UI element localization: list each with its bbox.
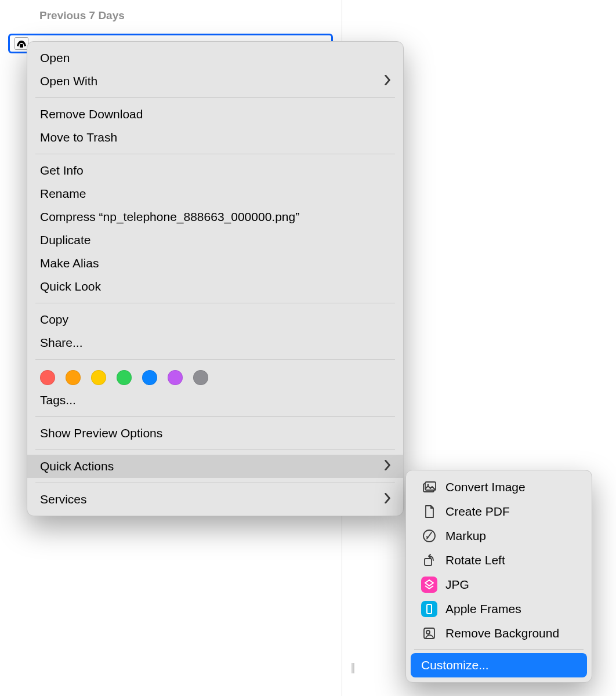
menu-separator <box>35 154 395 154</box>
menu-item-copy[interactable]: Copy <box>27 308 403 331</box>
menu-item-label: Quick Look <box>40 280 101 293</box>
menu-separator <box>35 416 395 417</box>
menu-item-remove-download[interactable]: Remove Download <box>27 103 403 126</box>
submenu-separator <box>414 649 584 650</box>
document-icon <box>421 503 437 520</box>
menu-item-tags[interactable]: Tags... <box>27 389 403 412</box>
menu-item-label: Services <box>40 492 87 506</box>
submenu-item-convert-image[interactable]: Convert Image <box>411 475 587 499</box>
submenu-item-label: Apple Frames <box>445 602 521 616</box>
menu-item-label: Move to Trash <box>40 130 117 144</box>
tag-color-dot-4[interactable] <box>142 370 157 385</box>
svg-point-4 <box>427 484 429 486</box>
menu-item-make-alias[interactable]: Make Alias <box>27 252 403 275</box>
menu-item-label: Open <box>40 51 70 65</box>
menu-item-share[interactable]: Share... <box>27 331 403 354</box>
menu-item-label: Show Preview Options <box>40 426 162 440</box>
menu-item-open[interactable]: Open <box>27 46 403 70</box>
submenu-item-customize[interactable]: Customize... <box>411 653 587 677</box>
menu-item-show-preview-options[interactable]: Show Preview Options <box>27 422 403 445</box>
submenu-item-label: Remove Background <box>445 626 559 640</box>
menu-item-label: Share... <box>40 336 83 350</box>
chevron-right-icon <box>383 492 392 506</box>
tag-color-dot-5[interactable] <box>168 370 183 385</box>
menu-item-label: Quick Actions <box>40 459 114 473</box>
svg-rect-7 <box>427 604 432 614</box>
column-resize-handle-icon[interactable]: ‖ <box>350 661 356 674</box>
svg-rect-1 <box>20 44 23 48</box>
submenu-item-label: Customize... <box>421 658 489 672</box>
convert-image-icon <box>421 479 437 495</box>
svg-rect-6 <box>425 559 432 566</box>
menu-separator <box>35 97 395 98</box>
menu-item-services[interactable]: Services <box>27 488 403 511</box>
submenu-item-create-pdf[interactable]: Create PDF <box>411 499 587 524</box>
context-menu: Open Open With Remove Download Move to T… <box>27 41 404 516</box>
menu-separator <box>35 359 395 360</box>
menu-item-open-with[interactable]: Open With <box>27 70 403 93</box>
submenu-item-label: Convert Image <box>445 480 526 494</box>
jpg-action-icon <box>421 577 437 593</box>
menu-item-rename[interactable]: Rename <box>27 182 403 205</box>
menu-item-move-to-trash[interactable]: Move to Trash <box>27 126 403 149</box>
svg-point-9 <box>426 630 430 634</box>
menu-item-label: Make Alias <box>40 256 99 270</box>
submenu-item-markup[interactable]: Markup <box>411 524 587 548</box>
menu-item-quick-actions[interactable]: Quick Actions <box>27 455 403 478</box>
tag-color-row <box>27 364 403 389</box>
menu-item-quick-look[interactable]: Quick Look <box>27 275 403 298</box>
markup-icon <box>421 528 437 544</box>
menu-item-label: Remove Download <box>40 107 143 121</box>
tag-color-dot-0[interactable] <box>40 370 55 385</box>
tag-color-dot-2[interactable] <box>91 370 106 385</box>
menu-item-get-info[interactable]: Get Info <box>27 159 403 182</box>
menu-item-label: Copy <box>40 313 68 327</box>
apple-frames-icon <box>421 601 437 617</box>
menu-item-label: Get Info <box>40 164 84 177</box>
menu-item-duplicate[interactable]: Duplicate <box>27 229 403 252</box>
tag-color-dot-3[interactable] <box>117 370 132 385</box>
submenu-item-rotate-left[interactable]: Rotate Left <box>411 548 587 572</box>
tag-color-dot-6[interactable] <box>193 370 208 385</box>
remove-background-icon <box>421 625 437 641</box>
menu-item-label: Tags... <box>40 393 76 407</box>
chevron-right-icon <box>383 74 392 88</box>
rotate-left-icon <box>421 552 437 568</box>
menu-item-label: Duplicate <box>40 233 91 247</box>
submenu-item-jpg[interactable]: JPG <box>411 572 587 597</box>
section-header-previous-7-days: Previous 7 Days <box>39 9 125 22</box>
menu-separator <box>35 449 395 450</box>
chevron-right-icon <box>383 459 392 473</box>
menu-item-label: Rename <box>40 187 86 201</box>
menu-item-compress[interactable]: Compress “np_telephone_888663_000000.png… <box>27 205 403 229</box>
submenu-item-label: Markup <box>445 529 486 543</box>
submenu-item-remove-background[interactable]: Remove Background <box>411 621 587 646</box>
menu-separator <box>35 483 395 483</box>
menu-separator <box>35 303 395 303</box>
submenu-item-label: Rotate Left <box>445 553 505 567</box>
submenu-item-label: Create PDF <box>445 505 510 519</box>
quick-actions-submenu: Convert Image Create PDF Markup <box>405 470 592 683</box>
submenu-item-label: JPG <box>445 578 469 592</box>
menu-item-label: Compress “np_telephone_888663_000000.png… <box>40 210 299 224</box>
menu-item-label: Open With <box>40 74 97 88</box>
tag-color-dot-1[interactable] <box>66 370 81 385</box>
submenu-item-apple-frames[interactable]: Apple Frames <box>411 597 587 621</box>
